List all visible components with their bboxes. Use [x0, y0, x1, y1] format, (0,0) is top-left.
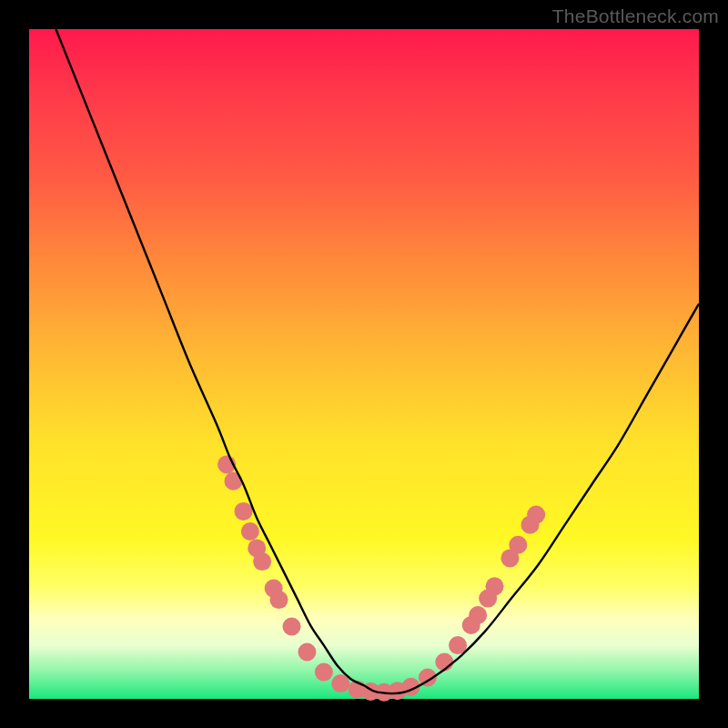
chart-svg — [29, 29, 699, 699]
data-marker — [469, 606, 487, 624]
data-marker — [241, 522, 259, 541]
data-marker — [315, 663, 333, 682]
data-marker — [486, 577, 504, 595]
plot-area — [29, 29, 699, 699]
data-marker — [270, 591, 288, 609]
curve-path — [56, 29, 699, 693]
watermark-text: TheBottleneck.com — [552, 5, 719, 27]
data-marker — [527, 506, 545, 524]
data-marker — [283, 618, 301, 636]
markers-group — [217, 455, 545, 701]
data-marker — [509, 536, 527, 554]
data-marker — [298, 642, 316, 661]
chart-frame: TheBottleneck.com — [0, 0, 728, 728]
data-marker — [235, 502, 253, 521]
data-marker — [253, 552, 271, 571]
